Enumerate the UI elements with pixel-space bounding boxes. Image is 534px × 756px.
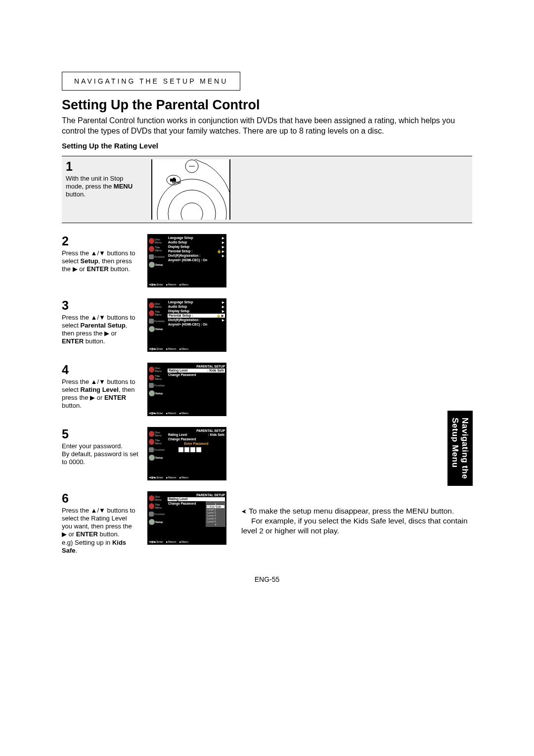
step-3: 3 Press the ▲/▼ buttons to select Parent… (62, 298, 472, 352)
step-5-text: Enter your password. By default, passwor… (62, 442, 138, 467)
step-4: 4 Press the ▲/▼ buttons to select Rating… (62, 363, 472, 416)
chapter-tab: Navigating the Setup Menu (447, 411, 473, 486)
step-4-number: 4 (62, 363, 138, 377)
step-5: 5 Enter your password. By default, passw… (62, 427, 472, 480)
step-1-text: With the unit in Stop mode, press the ME… (66, 175, 142, 199)
step-1-number: 1 (66, 159, 142, 174)
disc-icon (149, 367, 154, 373)
screen-level-dropdown: Disc Menu Title Menu Function Setup PARE… (147, 491, 226, 545)
step-3-text: Press the ▲/▼ buttons to select Parental… (62, 314, 138, 346)
title-icon (149, 310, 154, 316)
step-6-number: 6 (62, 491, 138, 506)
function-icon (149, 512, 154, 517)
screen-footer: Enter Return Menu (147, 283, 226, 286)
svg-point-2 (181, 203, 203, 220)
manual-page: NAVIGATING THE SETUP MENU Setting Up the… (62, 72, 472, 566)
svg-point-1 (168, 190, 216, 220)
sub-heading: Setting Up the Rating Level (62, 142, 472, 150)
disc-icon (149, 495, 154, 501)
page-number: ENG-55 (0, 575, 534, 583)
back-arrow-icon: ➤ (241, 508, 247, 516)
function-icon (149, 319, 154, 324)
section-header-text: NAVIGATING THE SETUP MENU (74, 77, 228, 85)
step-1-text-col: 1 With the unit in Stop mode, press the … (66, 159, 142, 220)
screen-rating-level: Disc Menu Title Menu Function Setup PARE… (147, 363, 226, 416)
step-3-number: 3 (62, 298, 138, 313)
menu-button-label: MENU (172, 181, 181, 184)
step-2: 2 Press the ▲/▼ buttons to select Setup,… (62, 234, 472, 287)
disc-icon (149, 302, 154, 308)
step-5-number: 5 (62, 427, 138, 441)
footnote-block: ➤To make the setup menu disappear, press… (241, 506, 474, 535)
screen-side-icons: Disc Menu Title Menu Function Setup (149, 235, 167, 270)
setup-icon (149, 455, 155, 461)
step-6-text: Press the ▲/▼ buttons to select the Rati… (62, 507, 138, 555)
screen-setup-menu: Disc Menu Title Menu Function Setup Lang… (147, 234, 226, 287)
setup-icon (149, 262, 155, 268)
setup-icon (149, 390, 155, 396)
title-icon (149, 503, 154, 509)
disc-icon (149, 431, 154, 437)
disc-icon (149, 238, 154, 244)
step-4-text: Press the ▲/▼ buttons to select Rating L… (62, 378, 138, 410)
setup-icon (149, 519, 155, 525)
function-icon (149, 383, 154, 388)
title-icon (149, 439, 154, 445)
setup-icon (149, 326, 155, 332)
password-boxes (178, 447, 225, 452)
intro-paragraph: The Parental Control function works in c… (62, 116, 472, 137)
screen-parental-highlight: Disc Menu Title Menu Function Setup Lang… (147, 298, 226, 352)
screen-enter-password: Disc Menu Title Menu Function Setup PARE… (147, 427, 226, 480)
remote-diagram: MENU (151, 159, 230, 220)
section-header-box: NAVIGATING THE SETUP MENU (62, 72, 240, 91)
step-2-text: Press the ▲/▼ buttons to select Setup, t… (62, 249, 138, 274)
function-icon (149, 447, 154, 452)
title-icon (149, 375, 154, 380)
rating-dropdown: √ Kids Safe Level 2 Level 3 Level 4 Leve… (206, 501, 225, 527)
step-1: 1 With the unit in Stop mode, press the … (62, 156, 472, 223)
remote-svg (151, 159, 230, 220)
page-title: Setting Up the Parental Control (62, 97, 472, 113)
function-icon (149, 254, 154, 259)
svg-point-0 (157, 179, 226, 220)
title-icon (149, 246, 154, 252)
step-2-number: 2 (62, 234, 138, 248)
